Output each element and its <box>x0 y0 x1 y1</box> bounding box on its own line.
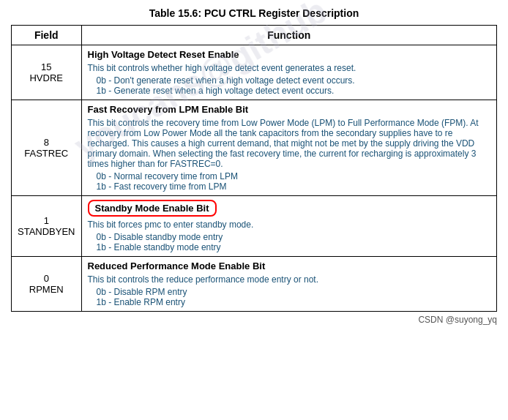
func-title: Reduced Performance Mode Enable Bit <box>88 260 491 271</box>
field-num: 1 <box>44 215 49 226</box>
field-name: STANDBYEN <box>18 226 75 237</box>
func-desc: This bit forces pmc to enter standby mod… <box>88 220 491 230</box>
func-desc: This bit controls the recovery time from… <box>88 118 491 169</box>
func-item: 0b - Don't generate reset when a high vo… <box>88 75 491 86</box>
table-row-func-0: High Voltage Detect Reset EnableThis bit… <box>81 45 497 100</box>
func-title: Fast Recovery from LPM Enable Bit <box>88 104 491 115</box>
table-row-field-0: 15HVDRE <box>12 45 82 100</box>
func-title: High Voltage Detect Reset Enable <box>88 49 491 60</box>
func-title-highlight: Standby Mode Enable Bit <box>88 200 217 217</box>
table-row-func-3: Reduced Performance Mode Enable BitThis … <box>81 257 497 312</box>
table-row-field-2: 1STANDBYEN <box>12 196 82 257</box>
field-num: 15 <box>41 61 51 72</box>
table-row-field-3: 0RPMEN <box>12 257 82 312</box>
func-item: 1b - Generate reset when a high voltage … <box>88 86 491 96</box>
register-table: Field Function 15HVDREHigh Voltage Detec… <box>11 25 497 312</box>
field-name: HVDRE <box>29 72 63 83</box>
page-title: Table 15.6: PCU CTRL Register Descriptio… <box>11 7 497 19</box>
func-item: 1b - Enable standby mode entry <box>88 242 491 252</box>
func-item: 1b - Fast recovery time from LPM <box>88 181 491 192</box>
func-desc: This bit controls the reduce performance… <box>88 274 491 285</box>
csdn-label: CSDN @suyong_yq <box>11 312 497 325</box>
func-item: 0b - Normal recovery time from LPM <box>88 171 491 181</box>
function-header: Function <box>81 26 497 45</box>
field-num: 8 <box>44 137 49 148</box>
field-name: FASTREC <box>24 148 68 159</box>
field-header: Field <box>12 26 82 45</box>
table-row-func-1: Fast Recovery from LPM Enable BitThis bi… <box>81 100 497 196</box>
field-num: 0 <box>44 273 49 284</box>
field-name: RPMEN <box>29 284 64 295</box>
func-desc: This bit controls whether high voltage d… <box>88 63 491 73</box>
func-item: 0b - Disable standby mode entry <box>88 232 491 242</box>
table-row-field-1: 8FASTREC <box>12 100 82 196</box>
func-item: 0b - Disable RPM entry <box>88 287 491 297</box>
func-item: 1b - Enable RPM entry <box>88 297 491 307</box>
table-row-func-2: Standby Mode Enable BitThis bit forces p… <box>81 196 497 257</box>
